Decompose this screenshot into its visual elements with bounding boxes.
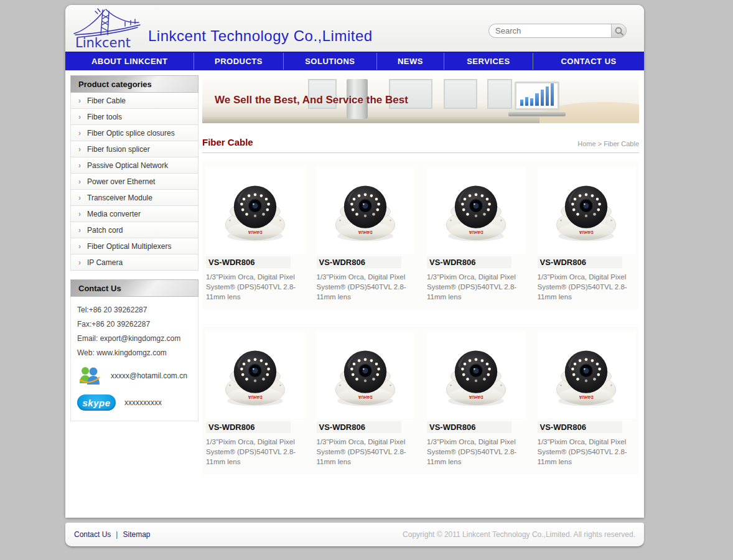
skype-address: xxxxxxxxxx xyxy=(124,398,162,407)
product-card: VS-WDR806 1/3"Pixim Orca, Digital Pixel … xyxy=(424,166,528,303)
contact-tel: Tel:+86 20 39262287 xyxy=(77,306,192,314)
company-title: Linkcent Technology Co.,Limited xyxy=(148,27,373,45)
sidebar-item-fiber-cable[interactable]: ›Fiber Cable xyxy=(71,93,198,109)
heading-row: Fiber Cable Home > Fiber Cable xyxy=(202,137,639,153)
product-card: VS-WDR806 1/3"Pixim Orca, Digital Pixel … xyxy=(203,166,307,303)
contact-header: Contact Us xyxy=(70,279,198,297)
product-description: 1/3"Pixim Orca, Digital Pixel System® (D… xyxy=(206,272,299,302)
chevron-right-icon: › xyxy=(78,113,81,121)
sidebar-item-passive-optical-network[interactable]: ›Passive Optical Network xyxy=(71,157,198,174)
product-card: VS-WDR806 1/3"Pixim Orca, Digital Pixel … xyxy=(203,330,307,468)
chevron-right-icon: › xyxy=(78,161,81,170)
sidebar-item-splice-closures[interactable]: ›Fiber Optic splice closures xyxy=(71,125,198,141)
footer-link-contact[interactable]: Contact Us xyxy=(74,530,111,539)
chevron-right-icon: › xyxy=(78,96,81,105)
banner-laptop xyxy=(508,82,566,116)
category-label: Fiber fusion splicer xyxy=(87,145,150,154)
product-description: 1/3"Pixim Orca, Digital Pixel System® (D… xyxy=(317,437,410,467)
product-description: 1/3"Pixim Orca, Digital Pixel System® (D… xyxy=(538,437,631,467)
page-title: Fiber Cable xyxy=(202,137,253,147)
product-name[interactable]: VS-WDR806 xyxy=(317,256,401,268)
sidebar-item-fusion-splicer[interactable]: ›Fiber fusion splicer xyxy=(71,141,198,157)
nav-contact[interactable]: CONTACT US xyxy=(533,52,644,70)
skype-wordmark: skype xyxy=(82,398,110,408)
product-description: 1/3"Pixim Orca, Digital Pixel System® (D… xyxy=(427,272,520,302)
product-name[interactable]: VS-WDR806 xyxy=(538,421,622,433)
product-name[interactable]: VS-WDR806 xyxy=(317,421,401,433)
sidebar-item-patch-cord[interactable]: ›Patch cord xyxy=(71,222,198,238)
main-content: We Sell the Best, And Service the Best F… xyxy=(202,79,639,474)
nav-about[interactable]: ABOUT LINKCENT xyxy=(65,52,194,70)
product-description: 1/3"Pixim Orca, Digital Pixel System® (D… xyxy=(427,437,520,467)
category-label: Power over Ethernet xyxy=(87,177,155,186)
chevron-right-icon: › xyxy=(78,145,81,154)
banner-window xyxy=(444,79,477,109)
search-input[interactable] xyxy=(489,24,611,37)
msn-address: xxxxx@hotamil.com.cn xyxy=(111,371,187,380)
bridge-logo-icon xyxy=(74,9,140,37)
product-name[interactable]: VS-WDR806 xyxy=(206,421,291,433)
contact-box: Tel:+86 20 39262287 Fax:+86 20 39262287 … xyxy=(70,297,198,421)
nav-products[interactable]: PRODUCTS xyxy=(194,52,282,70)
category-list: ›Fiber Cable ›Fiber tools ›Fiber Optic s… xyxy=(70,93,198,271)
category-label: Passive Optical Network xyxy=(87,161,168,170)
category-label: Fiber Optic splice closures xyxy=(87,129,175,138)
category-label: Patch cord xyxy=(87,226,123,235)
chevron-right-icon: › xyxy=(78,129,81,138)
product-name[interactable]: VS-WDR806 xyxy=(427,256,511,268)
categories-header: Product categories xyxy=(70,75,198,93)
product-image[interactable] xyxy=(317,332,415,419)
hero-banner: We Sell the Best, And Service the Best xyxy=(202,79,639,123)
site-header: Linkcent Linkcent Technology Co.,Limited xyxy=(65,5,644,52)
category-label: Media converter xyxy=(87,210,141,218)
sidebar-item-fiber-optical-multiplexers[interactable]: ›Fiber Optical Multiplexers xyxy=(71,238,198,254)
product-description: 1/3"Pixim Orca, Digital Pixel System® (D… xyxy=(538,272,631,302)
contact-web: Web: www.kingdomgz.com xyxy=(77,348,192,357)
sidebar-item-transceiver-module[interactable]: ›Transceiver Module xyxy=(71,190,198,206)
chevron-right-icon: › xyxy=(78,242,81,251)
product-name[interactable]: VS-WDR806 xyxy=(538,256,622,268)
contact-email: Email: export@kingdomgz.com xyxy=(77,334,192,343)
product-image[interactable] xyxy=(427,167,525,254)
product-card: VS-WDR806 1/3"Pixim Orca, Digital Pixel … xyxy=(314,330,418,468)
sidebar-item-ip-camera[interactable]: ›IP Camera xyxy=(71,254,198,271)
product-name[interactable]: VS-WDR806 xyxy=(427,421,511,433)
product-image[interactable] xyxy=(538,332,636,419)
chevron-right-icon: › xyxy=(78,258,81,267)
product-image[interactable] xyxy=(538,167,636,254)
product-card: VS-WDR806 1/3"Pixim Orca, Digital Pixel … xyxy=(314,166,418,303)
sidebar-item-fiber-tools[interactable]: ›Fiber tools xyxy=(71,109,198,125)
nav-solutions[interactable]: SOLUTIONS xyxy=(284,52,376,70)
msn-messenger-icon xyxy=(77,363,102,388)
nav-services[interactable]: SERVICES xyxy=(444,52,533,70)
sidebar: Product categories ›Fiber Cable ›Fiber t… xyxy=(70,75,198,421)
banner-slogan: We Sell the Best, And Service the Best xyxy=(215,94,408,106)
site-page: Linkcent Linkcent Technology Co.,Limited… xyxy=(65,5,644,518)
search-button[interactable] xyxy=(611,24,626,37)
chevron-right-icon: › xyxy=(78,210,81,218)
nav-news[interactable]: NEWS xyxy=(377,52,444,70)
footer: Contact Us | Sitemap Copyright © 2011 Li… xyxy=(65,523,644,546)
category-label: IP Camera xyxy=(87,258,123,267)
sidebar-item-power-over-ethernet[interactable]: ›Power over Ethernet xyxy=(71,174,198,190)
sidebar-item-media-converter[interactable]: ›Media converter xyxy=(71,206,198,222)
breadcrumb-home[interactable]: Home xyxy=(577,140,595,147)
product-name[interactable]: VS-WDR806 xyxy=(206,256,291,268)
linkcent-logo[interactable]: Linkcent xyxy=(70,6,146,51)
copyright-text: Copyright © 2011 Linkcent Technology Co.… xyxy=(403,530,635,539)
product-card: VS-WDR806 1/3"Pixim Orca, Digital Pixel … xyxy=(535,166,638,303)
search-icon xyxy=(614,26,624,36)
search-box xyxy=(488,24,627,38)
product-image[interactable] xyxy=(317,167,415,254)
product-description: 1/3"Pixim Orca, Digital Pixel System® (D… xyxy=(206,437,299,467)
product-description: 1/3"Pixim Orca, Digital Pixel System® (D… xyxy=(317,272,410,302)
product-image[interactable] xyxy=(206,167,304,254)
category-label: Fiber tools xyxy=(87,113,122,121)
footer-link-sitemap[interactable]: Sitemap xyxy=(123,530,150,539)
banner-laptop-base xyxy=(508,112,566,116)
footer-link-separator: | xyxy=(116,530,118,539)
product-image[interactable] xyxy=(206,332,304,419)
product-image[interactable] xyxy=(427,332,525,419)
breadcrumb: Home > Fiber Cable xyxy=(577,140,639,147)
chevron-right-icon: › xyxy=(78,194,81,202)
